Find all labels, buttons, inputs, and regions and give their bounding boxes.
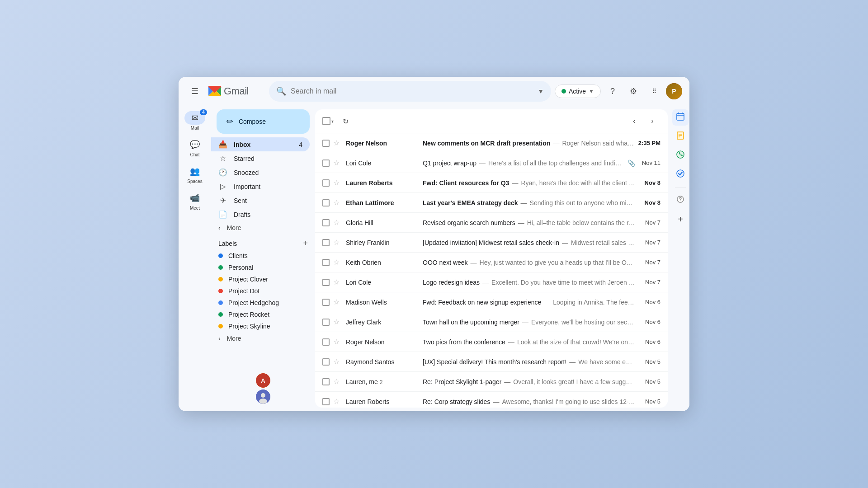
search-dropdown-arrow[interactable]: ▼ bbox=[538, 88, 544, 95]
email-checkbox[interactable] bbox=[322, 279, 331, 286]
active-label: Active bbox=[569, 88, 586, 95]
help-button[interactable]: ? bbox=[604, 82, 622, 100]
label-item-project-dot[interactable]: Project Dot bbox=[211, 285, 310, 297]
sidebar-item-spaces[interactable]: 👥 Spaces bbox=[179, 161, 211, 188]
star-icon[interactable]: ☆ bbox=[333, 238, 342, 247]
email-meta: Nov 6 bbox=[639, 299, 660, 305]
email-row[interactable]: ☆ Lauren Roberts Fwd: Client resources f… bbox=[315, 173, 668, 193]
nav-item-starred[interactable]: ☆ Starred bbox=[211, 151, 310, 165]
inbox-label: Inbox bbox=[234, 141, 292, 148]
placeholder-panel-button[interactable] bbox=[672, 192, 689, 208]
nav-item-snoozed[interactable]: 🕐 Snoozed bbox=[211, 165, 310, 179]
label-item-personal[interactable]: Personal bbox=[211, 262, 310, 273]
hamburger-icon: ☰ bbox=[191, 86, 198, 96]
label-item-project-clover[interactable]: Project Clover bbox=[211, 273, 310, 285]
email-row[interactable]: ☆ Raymond Santos [UX] Special delivery! … bbox=[315, 352, 668, 372]
search-bar[interactable]: 🔍 Search in mail ▼ bbox=[269, 81, 551, 102]
sidebar-item-mail[interactable]: ✉ 4 Mail bbox=[179, 108, 211, 134]
email-row[interactable]: ☆ Madison Wells Fwd: Feedback on new sig… bbox=[315, 292, 668, 312]
search-input[interactable]: Search in mail bbox=[291, 87, 533, 95]
star-icon[interactable]: ☆ bbox=[333, 218, 342, 227]
star-icon[interactable]: ☆ bbox=[333, 159, 342, 167]
calendar-panel-button[interactable] bbox=[672, 109, 689, 126]
settings-button[interactable]: ⚙ bbox=[624, 82, 642, 100]
email-subject: Fwd: Client resources for Q3 bbox=[423, 179, 509, 187]
phone-panel-button[interactable] bbox=[672, 147, 689, 164]
select-dropdown-icon[interactable]: ▾ bbox=[331, 119, 334, 124]
email-toolbar: ▾ ↻ ‹ › bbox=[315, 109, 668, 133]
email-row[interactable]: ☆ Roger Nelson Two pics from the confere… bbox=[315, 332, 668, 352]
sidebar-item-chat[interactable]: 💬 Chat bbox=[179, 134, 211, 161]
label-item-project-hedgehog[interactable]: Project Hedgehog bbox=[211, 297, 310, 309]
email-body: Town hall on the upcoming merger — Every… bbox=[423, 319, 635, 326]
apps-button[interactable]: ⠿ bbox=[645, 82, 663, 100]
nav-item-more[interactable]: ‹ More bbox=[211, 221, 310, 234]
email-checkbox[interactable] bbox=[322, 199, 331, 206]
nav-item-drafts[interactable]: 📄 Drafts bbox=[211, 207, 310, 221]
email-checkbox[interactable] bbox=[322, 358, 331, 366]
nav-item-sent[interactable]: ✈ Sent bbox=[211, 193, 310, 207]
email-checkbox[interactable] bbox=[322, 160, 331, 167]
email-row[interactable]: ☆ Gloria Hill Revised organic search num… bbox=[315, 213, 668, 233]
email-row[interactable]: ☆ Lori Cole Q1 project wrap-up — Here's … bbox=[315, 153, 668, 173]
nav-item-inbox[interactable]: 📥 Inbox 4 bbox=[211, 137, 310, 151]
email-checkbox[interactable] bbox=[322, 219, 331, 226]
tasks-panel-button[interactable] bbox=[672, 166, 689, 183]
next-page-button[interactable]: › bbox=[644, 113, 660, 129]
star-icon[interactable]: ☆ bbox=[333, 318, 342, 326]
email-checkbox[interactable] bbox=[322, 299, 331, 306]
email-preview: Everyone, we'll be hosting our second t.… bbox=[531, 319, 635, 326]
select-all-area[interactable]: ▾ bbox=[322, 117, 334, 125]
email-date: Nov 6 bbox=[639, 299, 660, 305]
hamburger-button[interactable]: ☰ bbox=[186, 82, 204, 100]
star-icon[interactable]: ☆ bbox=[333, 397, 342, 406]
label-item-clients[interactable]: Clients bbox=[211, 250, 310, 262]
email-checkbox[interactable] bbox=[322, 140, 331, 147]
bottom-avatar-1[interactable]: A bbox=[256, 373, 270, 388]
star-icon[interactable]: ☆ bbox=[333, 377, 342, 386]
star-icon[interactable]: ☆ bbox=[333, 338, 342, 346]
sidebar-item-meet[interactable]: 📹 Meet bbox=[179, 188, 211, 214]
star-icon[interactable]: ☆ bbox=[333, 258, 342, 267]
star-icon[interactable]: ☆ bbox=[333, 178, 342, 187]
account-avatar-button[interactable]: P bbox=[666, 83, 682, 99]
email-checkbox[interactable] bbox=[322, 378, 331, 385]
add-panel-button[interactable]: + bbox=[672, 211, 689, 227]
star-icon[interactable]: ☆ bbox=[333, 298, 342, 306]
email-checkbox[interactable] bbox=[322, 239, 331, 246]
svg-point-17 bbox=[680, 200, 681, 201]
email-row[interactable]: ☆ Lauren Roberts Re: Corp strategy slide… bbox=[315, 392, 668, 408]
label-item-project-skyline[interactable]: Project Skyline bbox=[211, 320, 310, 332]
star-icon[interactable]: ☆ bbox=[333, 198, 342, 207]
prev-page-button[interactable]: ‹ bbox=[626, 113, 642, 129]
nav-item-important[interactable]: ▷ Important bbox=[211, 179, 310, 193]
star-icon[interactable]: ☆ bbox=[333, 357, 342, 366]
email-subject: Re: Corp strategy slides bbox=[423, 398, 490, 405]
notes-panel-button[interactable] bbox=[672, 128, 689, 145]
bottom-avatar-2[interactable] bbox=[256, 389, 270, 404]
star-icon[interactable]: ☆ bbox=[333, 278, 342, 286]
add-label-button[interactable]: + bbox=[303, 239, 308, 248]
email-row[interactable]: ☆ Lauren, me 2 Re: Project Skylight 1-pa… bbox=[315, 372, 668, 392]
email-checkbox[interactable] bbox=[322, 319, 331, 326]
select-all-checkbox[interactable] bbox=[322, 117, 330, 125]
email-row[interactable]: ☆ Roger Nelson New comments on MCR draft… bbox=[315, 133, 668, 153]
star-icon[interactable]: ☆ bbox=[333, 139, 342, 147]
active-status-button[interactable]: Active ▼ bbox=[555, 84, 601, 98]
email-checkbox[interactable] bbox=[322, 338, 331, 346]
email-checkbox[interactable] bbox=[322, 398, 331, 405]
labels-more-item[interactable]: ‹ More bbox=[211, 332, 310, 345]
email-row[interactable]: ☆ Lori Cole Logo redesign ideas — Excell… bbox=[315, 272, 668, 292]
email-row[interactable]: ☆ Keith Obrien OOO next week — Hey, just… bbox=[315, 253, 668, 272]
email-row[interactable]: ☆ Jeffrey Clark Town hall on the upcomin… bbox=[315, 312, 668, 332]
bottom-avatar-2-inner bbox=[256, 389, 270, 404]
email-body: Fwd: Client resources for Q3 — Ryan, her… bbox=[423, 179, 635, 187]
email-row[interactable]: ☆ Ethan Lattimore Last year's EMEA strat… bbox=[315, 193, 668, 213]
compose-button[interactable]: ✏ Compose bbox=[217, 109, 310, 134]
refresh-button[interactable]: ↻ bbox=[337, 113, 354, 129]
email-row[interactable]: ☆ Shirley Franklin [Updated invitation] … bbox=[315, 233, 668, 253]
email-checkbox[interactable] bbox=[322, 179, 331, 187]
email-checkbox[interactable] bbox=[322, 259, 331, 266]
label-item-project-rocket[interactable]: Project Rocket bbox=[211, 309, 310, 320]
email-date: Nov 7 bbox=[639, 259, 660, 266]
